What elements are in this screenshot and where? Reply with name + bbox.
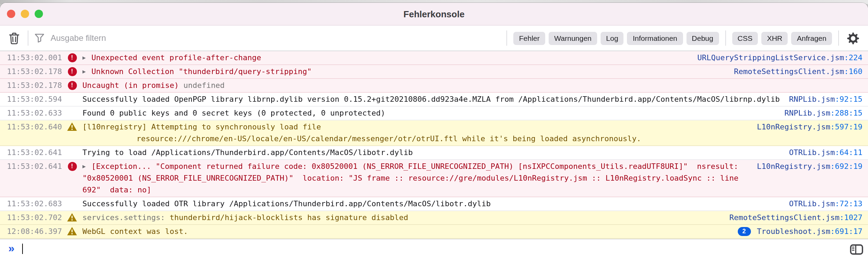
console-row[interactable]: 11:53:02.178!▶Unknown Collection "thunde… <box>0 65 868 79</box>
console-row[interactable]: 11:53:02.178!Uncaught (in promise) undef… <box>0 79 868 93</box>
source-link[interactable]: OTRLib.jsm:64:11 <box>781 147 862 158</box>
minimize-button[interactable] <box>21 10 29 18</box>
filter-button-css[interactable]: CSS <box>732 31 758 45</box>
text-cursor <box>22 243 23 254</box>
repeat-count-badge: 2 <box>737 227 751 236</box>
icon-slot <box>62 198 82 199</box>
console-row[interactable]: 11:53:02.641!▶[Exception... "Component r… <box>0 160 868 197</box>
timestamp: 11:53:02.633 <box>7 107 62 119</box>
trash-icon <box>9 32 19 44</box>
log-message: Trying to load /Applications/Thunderbird… <box>82 147 781 158</box>
log-message: Successfully loaded OpenPGP library libr… <box>82 93 781 105</box>
source-link[interactable]: RNPLib.jsm:92:15 <box>781 93 862 105</box>
log-message: ▶Unexpected event profile-after-change <box>82 52 689 64</box>
source-link[interactable]: L10nRegistry.jsm:597:19 <box>749 121 862 133</box>
console-row[interactable]: 12:08:46.397WebGL context was lost.2Trou… <box>0 225 868 239</box>
funnel-icon <box>35 33 44 43</box>
error-console-window: Fehlerkonsole FehlerWarnungenLogInformat… <box>0 3 868 263</box>
expand-arrow-icon[interactable]: ▶ <box>82 161 91 172</box>
screen: Fehlerkonsole FehlerWarnungenLogInformat… <box>0 0 868 263</box>
traffic-lights <box>7 3 43 25</box>
toolbar: FehlerWarnungenLogInformationenDebug CSS… <box>0 26 868 51</box>
filter-button-xhr[interactable]: XHR <box>761 31 788 45</box>
timestamp: 11:53:02.594 <box>7 93 62 105</box>
source-link[interactable]: RemoteSettingsClient.jsm:1027 <box>721 212 862 224</box>
log-message: ▶[Exception... "Component returned failu… <box>82 161 749 196</box>
command-line-area: » <box>0 239 868 263</box>
filter-button-anfragen[interactable]: Anfragen <box>791 31 832 45</box>
console-row[interactable]: 11:53:02.640[l10nregistry] Attempting to… <box>0 120 868 146</box>
source-link[interactable]: RNPLib.jsm:288:15 <box>776 107 862 119</box>
icon-slot: ! <box>62 80 82 90</box>
close-button[interactable] <box>7 10 15 18</box>
filter-input[interactable] <box>49 33 500 44</box>
console-row[interactable]: 11:53:02.683Successfully loaded OTR libr… <box>0 197 868 211</box>
log-message: Successfully loaded OTR library /Applica… <box>82 198 781 210</box>
console-row[interactable]: 11:53:02.702services.settings: thunderbi… <box>0 211 868 225</box>
console-row[interactable]: 11:53:02.594Successfully loaded OpenPGP … <box>0 93 868 107</box>
toolbar-divider <box>838 30 839 46</box>
source-link[interactable]: L10nRegistry.jsm:692:19 <box>749 161 862 172</box>
console-row[interactable]: 11:53:02.641Trying to load /Applications… <box>0 146 868 160</box>
error-icon: ! <box>68 81 77 90</box>
timestamp: 11:53:02.702 <box>7 212 62 224</box>
error-icon: ! <box>68 162 77 171</box>
source-link[interactable]: 2Troubleshoot.jsm:691:17 <box>729 226 862 237</box>
toolbar-divider <box>725 30 726 46</box>
log-message: WebGL context was lost. <box>82 226 729 237</box>
timestamp: 11:53:02.641 <box>7 161 62 172</box>
error-icon: ! <box>68 67 77 76</box>
titlebar: Fehlerkonsole <box>0 3 868 26</box>
icon-slot: ! <box>62 161 82 171</box>
log-message: services.settings: thunderbird/hijack-bl… <box>82 212 721 224</box>
warning-icon <box>62 226 82 235</box>
icon-slot: ! <box>62 66 82 76</box>
filter-button-fehler[interactable]: Fehler <box>513 31 545 45</box>
sidebar-toggle-icon <box>850 244 863 255</box>
icon-slot <box>62 93 82 95</box>
timestamp: 11:53:02.001 <box>7 52 62 64</box>
source-link[interactable]: URLQueryStrippingListService.jsm:224 <box>689 52 862 64</box>
toolbar-divider <box>506 30 507 46</box>
timestamp: 11:53:02.640 <box>7 121 62 133</box>
source-link[interactable]: OTRLib.jsm:72:13 <box>781 198 862 210</box>
warning-icon <box>62 121 82 131</box>
clear-output-button[interactable] <box>7 31 21 45</box>
log-message: ▶Unknown Collection "thunderbird/query-s… <box>82 66 726 78</box>
settings-gear-button[interactable] <box>845 31 861 45</box>
timestamp: 11:53:02.641 <box>7 147 62 158</box>
console-row[interactable]: 11:53:02.001!▶Unexpected event profile-a… <box>0 51 868 65</box>
category-filter-buttons: CSSXHRAnfragen <box>732 31 832 45</box>
command-input[interactable]: » <box>0 239 868 254</box>
level-filter-buttons: FehlerWarnungenLogInformationenDebug <box>513 31 719 45</box>
source-link[interactable]: RemoteSettingsClient.jsm:160 <box>726 66 862 78</box>
gear-icon <box>847 32 859 44</box>
console-row[interactable]: 11:53:02.633Found 0 public keys and 0 se… <box>0 107 868 120</box>
log-message: Uncaught (in promise) undefined <box>82 80 862 91</box>
filter-button-warnungen[interactable]: Warnungen <box>549 31 597 45</box>
icon-slot <box>62 147 82 148</box>
timestamp: 11:53:02.178 <box>7 80 62 91</box>
filter-button-informationen[interactable]: Informationen <box>627 31 683 45</box>
console-output: 11:53:02.001!▶Unexpected event profile-a… <box>0 51 868 239</box>
expand-arrow-icon[interactable]: ▶ <box>82 52 91 64</box>
sidebar-toggle-button[interactable] <box>850 244 863 255</box>
expand-arrow-icon[interactable]: ▶ <box>82 66 91 78</box>
filter-button-log[interactable]: Log <box>601 31 624 45</box>
toolbar-divider <box>28 30 28 46</box>
icon-slot <box>62 107 82 109</box>
icon-slot: ! <box>62 52 82 62</box>
window-title: Fehlerkonsole <box>404 9 464 19</box>
warning-icon <box>62 212 82 221</box>
timestamp: 11:53:02.178 <box>7 66 62 78</box>
maximize-button[interactable] <box>35 10 43 18</box>
timestamp: 12:08:46.397 <box>7 226 62 237</box>
log-message: [l10nregistry] Attempting to synchronous… <box>82 121 749 145</box>
timestamp: 11:53:02.683 <box>7 198 62 210</box>
filter-button-debug[interactable]: Debug <box>686 31 719 45</box>
command-prompt-icon: » <box>8 243 15 254</box>
error-icon: ! <box>68 53 77 62</box>
log-message: Found 0 public keys and 0 secret keys (0… <box>82 107 776 119</box>
